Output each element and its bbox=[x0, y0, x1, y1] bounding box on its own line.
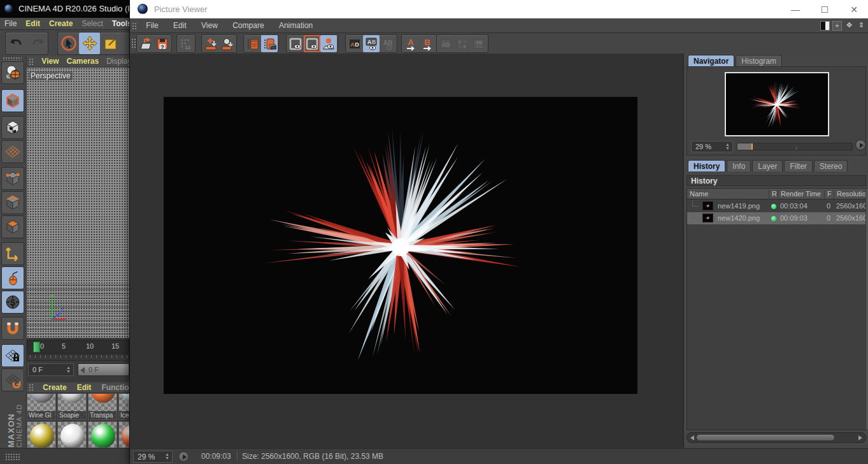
history-vertical-scrollbar[interactable] bbox=[865, 188, 868, 430]
viewport-solo-icon[interactable] bbox=[1, 266, 24, 289]
status-zoom-stepper-icon[interactable]: ▲▼ bbox=[164, 453, 170, 461]
viewport-menu-handle[interactable] bbox=[29, 58, 34, 66]
col-r[interactable]: R bbox=[769, 190, 777, 199]
pv-menu-handle[interactable] bbox=[132, 22, 137, 31]
edges-mode-icon[interactable] bbox=[1, 191, 24, 214]
workplane-lock-icon[interactable] bbox=[1, 344, 24, 367]
status-play-button[interactable] bbox=[178, 451, 189, 462]
menu-cameras[interactable]: Cameras bbox=[62, 56, 103, 66]
model-mode-icon[interactable] bbox=[1, 89, 24, 112]
materials-menu-handle[interactable] bbox=[29, 384, 34, 391]
polygons-mode-icon[interactable] bbox=[1, 215, 24, 238]
pv-canvas[interactable] bbox=[130, 54, 683, 448]
material-item[interactable] bbox=[27, 421, 56, 448]
material-item[interactable]: Soapie bbox=[57, 393, 87, 420]
enable-axis-icon[interactable] bbox=[1, 242, 24, 265]
history-row[interactable]: new1420.png 00:09:03 0 2560x1600 bbox=[687, 212, 866, 224]
tab-navigator[interactable]: Navigator bbox=[688, 55, 734, 66]
move-tool-icon[interactable] bbox=[79, 33, 100, 54]
minimize-icon[interactable]: — bbox=[781, 0, 810, 18]
pv-menu-animation[interactable]: Animation bbox=[273, 18, 319, 30]
menu-select[interactable]: Select bbox=[77, 18, 107, 28]
menu-view[interactable]: View bbox=[38, 56, 62, 66]
material-item[interactable]: Wine Gl bbox=[27, 393, 56, 420]
navigator-thumbnail[interactable] bbox=[725, 72, 829, 136]
set-a-icon[interactable]: A bbox=[402, 35, 419, 52]
ab-compare-icon[interactable]: AB bbox=[363, 35, 380, 52]
material-item[interactable] bbox=[88, 421, 117, 448]
navigator-zoom-slider[interactable] bbox=[737, 143, 853, 150]
make-editable-icon[interactable] bbox=[1, 61, 24, 84]
col-name[interactable]: Name bbox=[687, 190, 708, 199]
col-render-time[interactable]: Render Time bbox=[778, 190, 821, 199]
save-file-icon[interactable]: ? bbox=[154, 35, 171, 52]
viewport-perspective[interactable]: Perspective Y Z bbox=[27, 68, 129, 338]
tab-filter[interactable]: Filter bbox=[784, 160, 813, 171]
compare-view-icon[interactable] bbox=[304, 35, 320, 52]
menu-function[interactable]: Function bbox=[96, 382, 129, 392]
tab-histogram[interactable]: Histogram bbox=[736, 55, 782, 66]
tab-history[interactable]: History bbox=[688, 160, 725, 171]
import-person-icon[interactable] bbox=[219, 35, 236, 52]
ab-rank-icon[interactable]: AB1:1 bbox=[471, 35, 487, 52]
col-f[interactable]: F bbox=[824, 190, 832, 199]
scrollbar-thumb[interactable] bbox=[696, 434, 835, 441]
ab-swap-icon[interactable]: AD bbox=[438, 35, 454, 52]
navigator-zoom-field[interactable]: 29 % ▲▼ bbox=[691, 141, 733, 152]
scale-tool-icon[interactable] bbox=[100, 33, 121, 54]
redo-icon[interactable] bbox=[27, 33, 48, 54]
pv-titlebar[interactable]: Picture Viewer — ☐ ✕ bbox=[130, 0, 868, 18]
slider-left-arrow-icon[interactable] bbox=[80, 367, 85, 373]
texture-mode-icon[interactable] bbox=[1, 116, 24, 139]
status-zoom-field[interactable]: 29 % ▲▼ bbox=[133, 451, 173, 463]
add-panel-icon[interactable]: + bbox=[832, 21, 842, 31]
single-view-icon[interactable] bbox=[287, 35, 304, 52]
tab-stereo[interactable]: Stereo bbox=[814, 160, 848, 171]
tab-info[interactable]: Info bbox=[727, 160, 751, 171]
material-item[interactable]: Ice bbox=[118, 393, 129, 420]
pv-menu-view[interactable]: View bbox=[195, 18, 224, 30]
material-item[interactable] bbox=[118, 421, 129, 448]
timeline-playhead[interactable] bbox=[33, 342, 40, 352]
material-item[interactable]: Transpa bbox=[88, 393, 117, 420]
menu-create[interactable]: Create bbox=[45, 18, 77, 28]
maximize-icon[interactable]: ☐ bbox=[810, 0, 839, 18]
menu-edit[interactable]: Edit bbox=[72, 382, 97, 392]
pv-toolbar-handle[interactable] bbox=[131, 38, 136, 48]
ab-off-icon[interactable]: AB bbox=[380, 35, 396, 52]
import-image-icon[interactable] bbox=[203, 35, 219, 52]
resize-window-icon[interactable]: ⇕ bbox=[857, 21, 866, 31]
palette-drag-handle[interactable] bbox=[3, 57, 22, 61]
undo-icon[interactable] bbox=[6, 33, 27, 54]
snap-scene-icon[interactable]: S bbox=[1, 291, 24, 314]
ab-grid-icon[interactable]: AB bbox=[454, 35, 471, 52]
pv-menu-file[interactable]: File bbox=[139, 18, 164, 30]
tab-layer[interactable]: Layer bbox=[752, 160, 783, 171]
magnet-snap-icon[interactable] bbox=[1, 317, 24, 340]
delete-image-icon[interactable] bbox=[245, 35, 261, 52]
material-item[interactable] bbox=[57, 421, 87, 448]
points-mode-icon[interactable] bbox=[1, 167, 24, 190]
ab-badge-icon[interactable]: AD bbox=[346, 35, 363, 52]
history-row[interactable]: new1419.png 00:03:04 0 2560x1600 bbox=[687, 200, 866, 212]
pv-menu-compare[interactable]: Compare bbox=[226, 18, 270, 30]
image-manager-icon[interactable] bbox=[261, 35, 278, 52]
render-queue-icon[interactable]: 12 bbox=[178, 35, 194, 52]
zoom-slider-marker[interactable] bbox=[751, 143, 753, 150]
scroll-left-icon[interactable] bbox=[690, 435, 694, 440]
col-resolution[interactable]: Resolution bbox=[834, 190, 866, 199]
frame-stepper-icon[interactable]: ▲▼ bbox=[66, 366, 71, 374]
workplane-orient-icon[interactable] bbox=[1, 368, 24, 391]
statusbar-drag-handle[interactable] bbox=[5, 453, 20, 461]
set-b-icon[interactable]: B bbox=[419, 35, 436, 52]
current-frame-field[interactable]: 0 F ▲▼ bbox=[28, 363, 74, 376]
timeline-keyframe-ruler[interactable] bbox=[27, 354, 129, 361]
open-file-icon[interactable] bbox=[138, 35, 154, 52]
move-window-icon[interactable]: ✥ bbox=[844, 21, 854, 31]
menu-display[interactable]: Display bbox=[103, 56, 129, 66]
menu-edit[interactable]: Edit bbox=[21, 18, 45, 28]
scroll-right-icon[interactable] bbox=[858, 435, 862, 440]
navigator-play-button[interactable] bbox=[855, 140, 866, 150]
frame-slider[interactable]: 0 F bbox=[78, 363, 129, 376]
layout-panel-icon[interactable] bbox=[820, 21, 830, 31]
